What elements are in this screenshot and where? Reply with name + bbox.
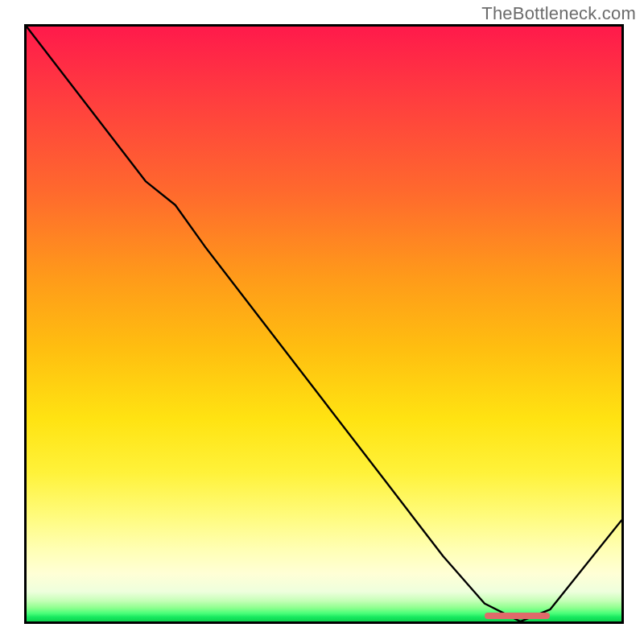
- optimal-range-marker: [485, 613, 550, 619]
- bottleneck-curve: [27, 27, 621, 621]
- attribution-text: TheBottleneck.com: [481, 3, 636, 24]
- curve-path: [27, 27, 621, 621]
- chart-gradient-area: [27, 27, 621, 621]
- chart-frame: [24, 24, 624, 624]
